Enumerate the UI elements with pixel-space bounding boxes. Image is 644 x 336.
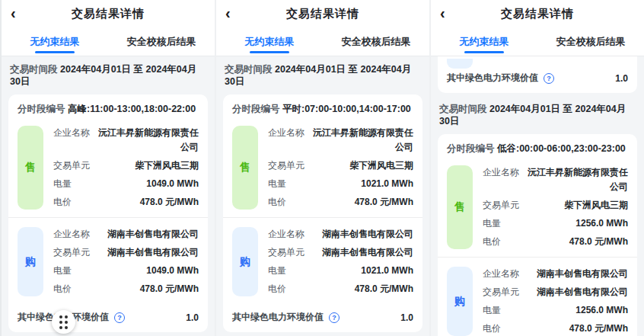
header: ‹ 交易结果详情 无约束结果 安全校核后结果: [2, 0, 215, 56]
energy-label: 电量: [268, 264, 286, 278]
price-label: 电价: [483, 322, 501, 336]
green-label: 其中绿色电力环境价值: [232, 311, 324, 324]
tab-label: 无约束结果: [245, 35, 295, 49]
buy-block: 购 企业名称湖南丰创售电有限公司 交易单元湖南丰创售电有限公司 电量1256.0…: [438, 258, 637, 336]
buy-badge: 购: [18, 227, 43, 296]
unit-value: 柴下洲风电三期: [564, 198, 628, 213]
green-value: 1.0: [615, 73, 628, 84]
field-row: 交易单元湖南丰创售电有限公司: [483, 285, 628, 299]
company-label: 企业名称: [53, 227, 90, 242]
energy-label: 电量: [53, 177, 72, 191]
company-label: 企业名称: [483, 165, 519, 194]
result-tabs: 无约束结果 安全校核后结果: [216, 27, 429, 56]
result-tabs: 无约束结果 安全校核后结果: [431, 27, 644, 56]
sell-block: 售 企业名称沅江丰昇新能源有限责任公司 交易单元柴下洲风电三期 电量1256.0…: [438, 156, 637, 257]
screen-flat: ‹ 交易结果详情 无约束结果 安全校核后结果 交易时间段 2024年04月01日…: [215, 0, 429, 336]
buy-fields: 企业名称湖南丰创售电有限公司 交易单元湖南丰创售电有限公司 电量1256.0 M…: [483, 267, 628, 336]
unit-label: 交易单元: [483, 198, 519, 213]
help-question-icon[interactable]: ?: [544, 73, 554, 84]
tab-unconstrained-result[interactable]: 无约束结果: [431, 27, 537, 56]
sell-badge: 售: [447, 165, 473, 249]
unit-value: 湖南丰创售电有限公司: [537, 285, 628, 299]
field-row: 电量1021.0 MWh: [268, 177, 413, 191]
sell-block: 售 企业名称沅江丰昇新能源有限责任公司 交易单元柴下洲风电三期 电量1021.0…: [223, 117, 422, 217]
nav-bar: ‹ 交易结果详情: [431, 0, 644, 27]
price-value: 478.0 元/MWh: [355, 195, 413, 210]
active-tab-underline: [464, 51, 504, 53]
energy-value: 1256.0 MWh: [575, 216, 628, 231]
trade-period-row: 交易时间段 2024年04月01日 至 2024年04月30日: [216, 332, 429, 336]
tab-label: 安全校核后结果: [127, 35, 196, 49]
company-label: 企业名称: [483, 267, 519, 281]
sell-badge: 售: [18, 126, 43, 210]
green-value-row: 其中绿色电力环境价值 ? 1.0: [8, 304, 208, 332]
price-value: 478.0 元/MWh: [140, 282, 199, 296]
segment-value: 高峰:11:00-13:00,18:00-22:00: [68, 104, 196, 114]
energy-value: 1021.0 MWh: [361, 177, 413, 191]
tab-label: 无约束结果: [460, 35, 509, 49]
field-row: 电量1049.0 MWh: [53, 264, 199, 278]
screen-valley: ‹ 交易结果详情 无约束结果 安全校核后结果 其中绿色电力环境价值 ? 1.0: [429, 0, 644, 336]
energy-value: 1049.0 MWh: [146, 177, 199, 191]
trade-period-row: 交易时间段 2024年04月01日 至 2024年04月30日: [2, 332, 215, 336]
field-row: 交易单元柴下洲风电三期: [268, 158, 413, 173]
trade-result-card: 分时段编号 低谷:00:00-06:00,23:00-23:00 售 企业名称沅…: [438, 134, 637, 336]
screenshot-strip: ‹ 交易结果详情 无约束结果 安全校核后结果 交易时间段 2024年04月01日…: [0, 0, 644, 336]
field-row: 电价478.0 元/MWh: [53, 195, 199, 210]
result-tabs: 无约束结果 安全校核后结果: [2, 27, 215, 56]
price-label: 电价: [268, 195, 286, 210]
tab-security-checked-result[interactable]: 安全校核后结果: [108, 27, 215, 56]
company-label: 企业名称: [268, 227, 304, 242]
nav-bar: ‹ 交易结果详情: [2, 0, 215, 27]
tab-label: 安全校核后结果: [342, 35, 411, 49]
period-label: 交易时间段: [225, 64, 273, 75]
trade-result-card: 分时段编号 高峰:11:00-13:00,18:00-22:00 售 企业名称沅…: [8, 94, 208, 332]
energy-value: 1256.0 MWh: [575, 303, 628, 318]
company-label: 企业名称: [53, 126, 90, 155]
field-row: 交易单元湖南丰创售电有限公司: [268, 245, 413, 260]
field-row: 电量1049.0 MWh: [53, 177, 199, 191]
buy-badge-partial: [447, 59, 473, 69]
buy-fields: 企业名称湖南丰创售电有限公司 交易单元湖南丰创售电有限公司 电量1049.0 M…: [53, 227, 199, 296]
sell-fields: 企业名称沅江丰昇新能源有限责任公司 交易单元柴下洲风电三期 电量1021.0 M…: [268, 126, 413, 210]
trade-period-row: 交易时间段 2024年04月01日 至 2024年04月30日: [2, 56, 215, 93]
segment-value: 平时:07:00-10:00,14:00-17:00: [282, 104, 411, 114]
floating-drag-handle-button[interactable]: [52, 310, 75, 334]
sell-block: 售 企业名称沅江丰昇新能源有限责任公司 交易单元柴下洲风电三期 电量1049.0…: [8, 117, 208, 217]
unit-label: 交易单元: [268, 158, 304, 173]
segment-row: 分时段编号 高峰:11:00-13:00,18:00-22:00: [8, 94, 208, 117]
field-row: 电价478.0 元/MWh: [53, 282, 199, 296]
field-row: 电价478.0 元/MWh: [483, 235, 628, 249]
tab-unconstrained-result[interactable]: 无约束结果: [2, 27, 108, 56]
back-chevron-icon[interactable]: ‹: [440, 3, 445, 23]
energy-value: 1049.0 MWh: [146, 264, 199, 278]
active-tab-underline: [250, 51, 289, 53]
tab-security-checked-result[interactable]: 安全校核后结果: [323, 27, 429, 56]
company-value: 沅江丰昇新能源有限责任公司: [311, 126, 413, 155]
segment-value: 低谷:00:00-06:00,23:00-23:00: [497, 143, 626, 154]
tab-security-checked-result[interactable]: 安全校核后结果: [537, 27, 644, 56]
company-value: 沅江丰昇新能源有限责任公司: [525, 165, 628, 194]
company-value: 湖南丰创售电有限公司: [107, 227, 199, 242]
price-label: 电价: [268, 282, 286, 296]
field-row: 电价478.0 元/MWh: [268, 282, 413, 296]
period-label: 交易时间段: [10, 64, 58, 75]
field-row: 企业名称湖南丰创售电有限公司: [53, 227, 199, 242]
field-row: 电量1256.0 MWh: [483, 216, 628, 231]
tab-unconstrained-result[interactable]: 无约束结果: [216, 27, 323, 56]
green-label: 其中绿色电力环境价值: [447, 72, 538, 85]
help-question-icon[interactable]: ?: [329, 312, 340, 323]
energy-label: 电量: [483, 216, 501, 231]
back-chevron-icon[interactable]: ‹: [11, 3, 16, 23]
price-label: 电价: [53, 195, 72, 210]
sell-fields: 企业名称沅江丰昇新能源有限责任公司 交易单元柴下洲风电三期 电量1256.0 M…: [483, 165, 628, 249]
segment-label: 分时段编号: [18, 104, 65, 114]
back-chevron-icon[interactable]: ‹: [225, 3, 231, 23]
trade-result-card: 分时段编号 平时:07:00-10:00,14:00-17:00 售 企业名称沅…: [223, 94, 422, 332]
active-tab-underline: [35, 51, 75, 53]
page-title: 交易结果详情: [501, 7, 574, 21]
field-row: 企业名称湖南丰创售电有限公司: [268, 227, 413, 242]
help-question-icon[interactable]: ?: [114, 312, 125, 323]
unit-label: 交易单元: [53, 158, 90, 173]
green-value-row: 其中绿色电力环境价值 ? 1.0: [438, 69, 637, 93]
